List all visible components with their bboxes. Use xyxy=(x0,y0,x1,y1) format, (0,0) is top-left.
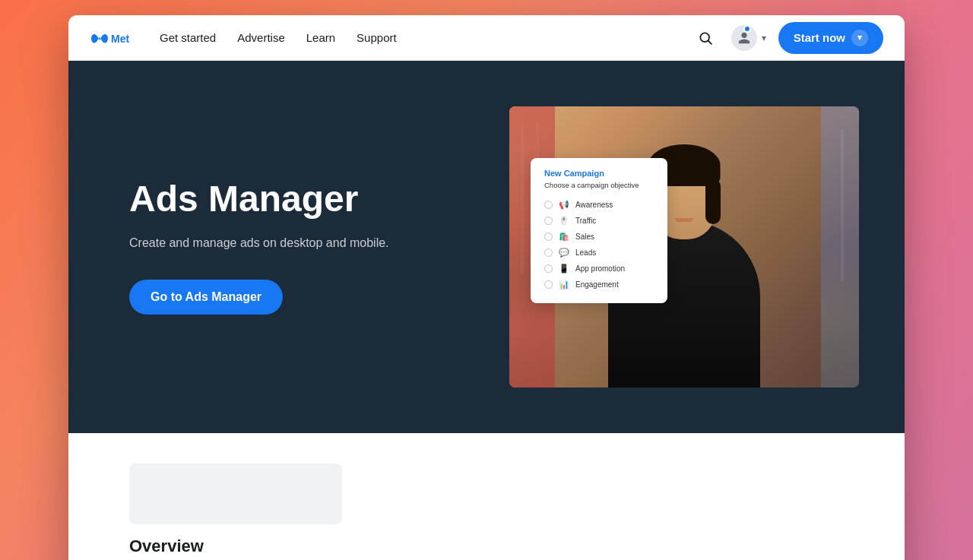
campaign-radio-leads[interactable] xyxy=(544,248,553,257)
campaign-label-awareness: Awareness xyxy=(575,201,613,209)
fabric-blue xyxy=(821,106,859,388)
svg-text:Meta: Meta xyxy=(111,33,129,45)
sales-icon: 🛍️ xyxy=(559,232,569,242)
person-mouth xyxy=(675,218,693,222)
campaign-label-traffic: Traffic xyxy=(575,217,596,225)
nav-right: ▾ Start now ▾ xyxy=(692,22,883,54)
leads-icon: 💬 xyxy=(559,248,569,258)
nav-link-get-started[interactable]: Get started xyxy=(160,31,216,44)
campaign-radio-traffic[interactable] xyxy=(544,217,553,225)
hero-subtitle: Create and manage ads on desktop and mob… xyxy=(129,234,509,252)
start-now-button[interactable]: Start now ▾ xyxy=(778,22,883,54)
campaign-option-awareness[interactable]: 📢 Awareness xyxy=(544,197,654,213)
chevron-down-icon: ▾ xyxy=(762,33,766,43)
nav-link-learn[interactable]: Learn xyxy=(306,31,335,44)
go-to-ads-manager-button[interactable]: Go to Ads Manager xyxy=(129,280,283,315)
search-button[interactable] xyxy=(692,24,719,52)
hero-image: New Campaign Choose a campaign objective… xyxy=(509,106,859,388)
campaign-label-leads: Leads xyxy=(575,248,596,257)
campaign-option-traffic[interactable]: 🖱️ Traffic xyxy=(544,213,654,229)
campaign-option-leads[interactable]: 💬 Leads xyxy=(544,245,654,261)
traffic-icon: 🖱️ xyxy=(559,216,569,226)
user-avatar-button[interactable]: ▾ xyxy=(731,25,766,51)
campaign-option-app-promotion[interactable]: 📱 App promotion xyxy=(544,261,654,277)
campaign-label-app: App promotion xyxy=(575,264,625,273)
svg-point-1 xyxy=(700,33,709,42)
hero-title: Ads Manager xyxy=(129,179,509,220)
hero-content: Ads Manager Create and manage ads on des… xyxy=(129,179,509,315)
person-hair-right xyxy=(705,179,721,224)
svg-line-2 xyxy=(708,40,712,44)
start-now-label: Start now xyxy=(794,31,845,44)
notification-dot xyxy=(743,25,751,33)
navbar: Meta Get started Advertise Learn Support xyxy=(68,15,905,61)
campaign-label-sales: Sales xyxy=(575,233,594,241)
campaign-radio-sales[interactable] xyxy=(544,233,553,241)
hero-section: Ads Manager Create and manage ads on des… xyxy=(68,61,905,433)
campaign-radio-app[interactable] xyxy=(544,264,553,273)
campaign-radio-engagement[interactable] xyxy=(544,280,553,289)
campaign-radio-awareness[interactable] xyxy=(544,201,553,209)
campaign-overlay-subtitle: Choose a campaign objective xyxy=(544,181,654,189)
campaign-overlay: New Campaign Choose a campaign objective… xyxy=(531,158,667,303)
nav-link-advertise[interactable]: Advertise xyxy=(237,31,285,44)
campaign-option-engagement[interactable]: 📊 Engagement xyxy=(544,277,654,293)
start-now-chevron-icon: ▾ xyxy=(851,30,868,46)
overview-card-placeholder xyxy=(129,464,342,524)
meta-logo[interactable]: Meta xyxy=(90,31,129,45)
nav-links: Get started Advertise Learn Support xyxy=(160,31,667,44)
campaign-overlay-title: New Campaign xyxy=(544,169,654,178)
nav-link-support[interactable]: Support xyxy=(357,31,397,44)
bottom-section: Overview xyxy=(68,433,905,560)
campaign-option-sales[interactable]: 🛍️ Sales xyxy=(544,229,654,245)
app-promotion-icon: 📱 xyxy=(559,264,569,274)
campaign-label-engagement: Engagement xyxy=(575,280,619,289)
overview-label: Overview xyxy=(129,536,844,556)
engagement-icon: 📊 xyxy=(559,280,569,289)
awareness-icon: 📢 xyxy=(559,200,569,210)
